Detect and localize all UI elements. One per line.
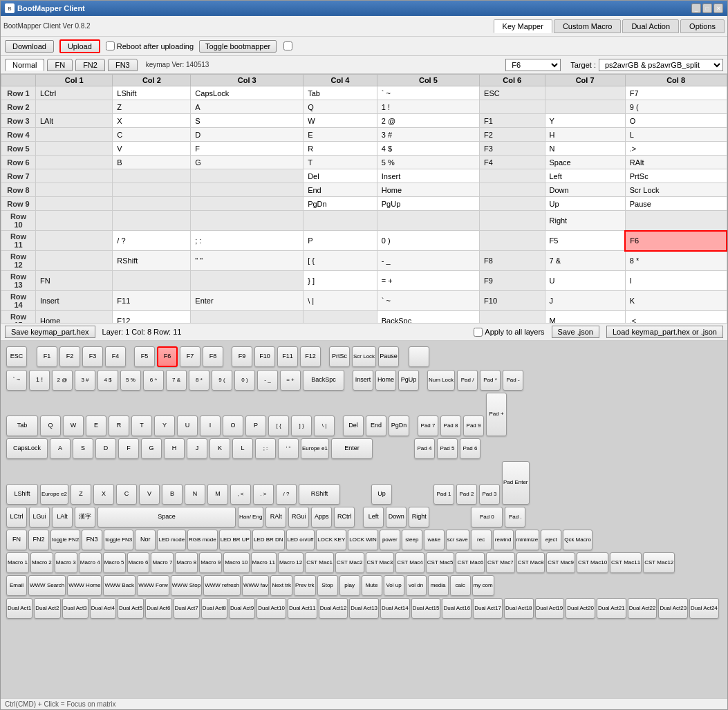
cell-r12-c7[interactable]: 7 & xyxy=(545,251,625,271)
key-scrlock[interactable]: Scr Lock xyxy=(352,346,376,367)
key-pad8[interactable]: Pad 8 xyxy=(440,415,461,436)
cell-r6-c6[interactable]: F4 xyxy=(480,156,545,169)
cell-r2-c8[interactable]: 9 ( xyxy=(625,100,727,114)
cell-r13-c3[interactable] xyxy=(191,271,304,291)
key-esc[interactable]: ESC xyxy=(6,346,27,367)
upload-button[interactable]: Upload xyxy=(59,39,100,53)
key-pad-dot[interactable]: Pad . xyxy=(505,507,525,527)
key-semicolon[interactable]: ; : xyxy=(255,438,276,459)
key-europe2[interactable]: Europe e2 xyxy=(40,484,68,505)
key-g[interactable]: G xyxy=(141,438,162,459)
cell-r10-c5[interactable] xyxy=(377,211,479,231)
cell-r1-c8[interactable]: F7 xyxy=(625,86,727,100)
key-dual-act2[interactable]: Dual Act2 xyxy=(34,598,60,619)
cell-r9-c7[interactable]: Up xyxy=(545,197,625,211)
key-f11[interactable]: F11 xyxy=(277,346,298,367)
key-pad7[interactable]: Pad 7 xyxy=(418,415,438,436)
key-kanji[interactable]: 漢字 xyxy=(75,507,95,527)
cell-r4-c4[interactable]: E xyxy=(304,128,377,142)
key-scrsave[interactable]: scr save xyxy=(446,530,469,550)
key-toggle-fn3[interactable]: toggle FN3 xyxy=(104,530,133,550)
key-f1[interactable]: F1 xyxy=(37,346,57,367)
key-macro5[interactable]: Macro 5 xyxy=(103,552,126,573)
cell-r1-c2[interactable]: LShift xyxy=(113,86,191,100)
key-email[interactable]: Email xyxy=(6,575,27,596)
key-dual-act24[interactable]: Dual Act24 xyxy=(689,598,719,619)
key-f4[interactable]: F4 xyxy=(105,346,126,367)
cell-r12-c6[interactable]: F8 xyxy=(480,251,545,271)
minimize-btn[interactable]: _ xyxy=(691,3,701,13)
key-stop[interactable]: Stop xyxy=(317,575,338,596)
key-fn2[interactable]: FN2 xyxy=(28,530,49,550)
cell-r14-c6[interactable]: F10 xyxy=(480,291,545,311)
key-i[interactable]: I xyxy=(200,415,221,436)
cell-r11-c5[interactable]: 0 ) xyxy=(377,231,479,251)
cell-r3-c7[interactable]: Y xyxy=(545,114,625,128)
cell-r4-c7[interactable]: H xyxy=(545,128,625,142)
toggle-bootmapper-button[interactable]: Toggle bootmapper xyxy=(199,40,277,53)
key-cst-mac10[interactable]: CST Mac10 xyxy=(577,552,608,573)
key-enter[interactable]: Enter xyxy=(331,438,373,459)
key-www-refresh[interactable]: WWW refresh xyxy=(203,575,241,596)
key-fn3[interactable]: FN3 xyxy=(82,530,102,550)
key-dual-act9[interactable]: Dual Act9 xyxy=(229,598,255,619)
key-lbracket[interactable]: [ { xyxy=(268,415,289,436)
cell-r1-c6[interactable]: ESC xyxy=(480,86,545,100)
cell-r13-c8[interactable]: I xyxy=(625,271,727,291)
key-macro1[interactable]: Macro 1 xyxy=(6,552,29,573)
key-insert[interactable]: Insert xyxy=(353,370,373,391)
key-lalt[interactable]: LAlt xyxy=(52,507,73,527)
key-mute[interactable]: Mute xyxy=(362,575,382,596)
cell-r12-c3[interactable]: " " xyxy=(191,251,304,271)
key-quote[interactable]: ' " xyxy=(278,438,299,459)
key-pad4[interactable]: Pad 4 xyxy=(414,438,435,459)
key-cst-mac4[interactable]: CST Mac4 xyxy=(395,552,424,573)
cell-r15-c2[interactable]: F12 xyxy=(113,311,191,324)
key-home[interactable]: Home xyxy=(375,370,396,391)
cell-r14-c3[interactable]: Enter xyxy=(191,291,304,311)
layer-normal[interactable]: Normal xyxy=(5,59,44,71)
key-cst-mac6[interactable]: CST Mac6 xyxy=(456,552,485,573)
cell-r14-c8[interactable]: K xyxy=(625,291,727,311)
key-pad5[interactable]: Pad 5 xyxy=(437,438,458,459)
key-f6[interactable]: F6 xyxy=(157,346,178,367)
cell-r11-c1[interactable] xyxy=(36,231,113,251)
cell-r10-c8[interactable] xyxy=(625,211,727,231)
cell-r5-c8[interactable]: .> xyxy=(625,142,727,156)
cell-r13-c6[interactable]: F9 xyxy=(480,271,545,291)
key-m[interactable]: M xyxy=(207,484,228,505)
target-select[interactable]: ps2avrGB & ps2avrGB_split xyxy=(599,59,723,71)
key-macro6[interactable]: Macro 6 xyxy=(127,552,150,573)
cell-r2-c2[interactable]: Z xyxy=(113,100,191,114)
key-lgui[interactable]: LGui xyxy=(29,507,50,527)
key-rec[interactable]: rec xyxy=(471,530,492,550)
key-f7[interactable]: F7 xyxy=(180,346,200,367)
key-l[interactable]: L xyxy=(232,438,253,459)
key-cst-mac12[interactable]: CST Mac12 xyxy=(643,552,675,573)
key-down[interactable]: Down xyxy=(386,507,407,527)
key-space[interactable]: Space xyxy=(97,507,236,527)
key-backspace[interactable]: BackSpc xyxy=(303,370,344,391)
key-cst-mac8[interactable]: CST Mac8 xyxy=(516,552,545,573)
key-macro11[interactable]: Macro 11 xyxy=(251,552,277,573)
key-pad2[interactable]: Pad 2 xyxy=(456,484,477,505)
cell-r8-c6[interactable] xyxy=(480,183,545,197)
cell-r2-c7[interactable] xyxy=(545,100,625,114)
key-lshift[interactable]: LShift xyxy=(6,484,38,505)
key-sleep[interactable]: sleep xyxy=(402,530,422,550)
key-f3[interactable]: F3 xyxy=(82,346,103,367)
key-pgup[interactable]: PgUp xyxy=(398,370,419,391)
key-f8[interactable]: F8 xyxy=(203,346,223,367)
key-europe1[interactable]: Europe e1 xyxy=(301,438,329,459)
cell-r15-c7[interactable]: M xyxy=(545,311,625,324)
cell-r6-c5[interactable]: 5 % xyxy=(377,156,479,169)
key-t[interactable]: T xyxy=(131,415,152,436)
key-eject[interactable]: eject xyxy=(541,530,561,550)
cell-r1-c7[interactable] xyxy=(545,86,625,100)
key-dual-act12[interactable]: Dual Act12 xyxy=(319,598,348,619)
cell-r2-c1[interactable] xyxy=(36,100,113,114)
key-qck-macro[interactable]: Qck Macro xyxy=(563,530,592,550)
key-macro7[interactable]: Macro 7 xyxy=(151,552,174,573)
key-macro9[interactable]: Macro 9 xyxy=(199,552,222,573)
key-pad6[interactable]: Pad 6 xyxy=(460,438,480,459)
